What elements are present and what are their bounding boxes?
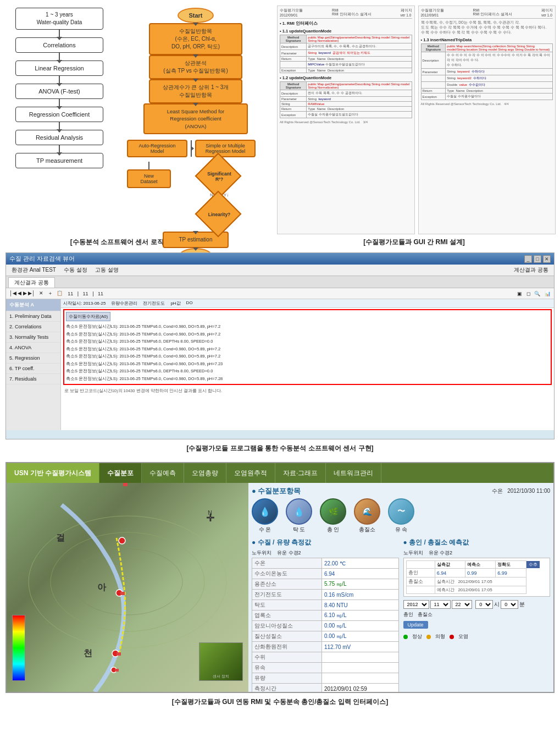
fc-auto-reg: Auto-Regression Model bbox=[127, 140, 187, 157]
yusok-label: 유 속 bbox=[395, 526, 408, 534]
sel-month[interactable]: 11 bbox=[430, 600, 451, 609]
meas-row-level: 수위 bbox=[252, 652, 399, 663]
doc-date-1b: RMIRMI 인터페이스 설계서 bbox=[332, 8, 372, 17]
predict-inner-table: 실측값 예측소 정확도 수추 총인 6.94 0.99 bbox=[406, 560, 548, 594]
svg-rect-10 bbox=[115, 669, 119, 672]
meas-row-suon: 수온 22.00 ℃ bbox=[252, 558, 399, 569]
arrow3 bbox=[59, 76, 60, 84]
predict-measured-jongin: 6.94 bbox=[435, 569, 465, 578]
menu-anal[interactable]: 환경관 Anal TEST bbox=[8, 266, 59, 274]
predict-station: 노두위치 유운 수경2 bbox=[403, 549, 551, 557]
update-btn-row[interactable]: Update bbox=[403, 620, 551, 629]
nav-water-dist[interactable]: 수질분포 bbox=[99, 463, 142, 483]
nav-network-mgmt[interactable]: 네트워크관리 bbox=[326, 463, 381, 483]
menu-setting[interactable]: 수동 설정 bbox=[60, 266, 91, 274]
top-section: 1 ~ 3 yearsWater-quality Data Correlatio… bbox=[0, 0, 560, 237]
update-btn[interactable]: Update bbox=[403, 621, 428, 629]
jongin-icon: 🌿 bbox=[329, 507, 338, 516]
fc-quality-items: 수질일반항목(수온, EC, Chl-α,DO, pH, ORP, 탁도) bbox=[149, 23, 242, 55]
sidebar-item-6[interactable]: 6. TP coeff. bbox=[6, 364, 60, 374]
nav-pollution-track[interactable]: 오염원추적 bbox=[226, 463, 275, 483]
doc-sec-1c: • 1.2 updateQuantionMode bbox=[280, 75, 412, 80]
toolbar-label: │◀ ◀ ▶ ▶│ ✕ ＋ 📋 bbox=[9, 290, 65, 297]
nav-pollution-total[interactable]: 오염총량 bbox=[184, 463, 226, 483]
meas-val-turbidity: 8.40 NTU bbox=[321, 600, 398, 610]
log-line-5: 촉소S 운전정보(실시간LS): 2013-06-25 TEMPs6.0, Co… bbox=[66, 353, 549, 360]
predict-time-pred: 예측시간 2012/09/01 17:05 bbox=[435, 586, 526, 594]
predict-hdr-accuracy: 정확도 bbox=[496, 561, 526, 569]
meas-val-orp: 112.70 mV bbox=[321, 642, 398, 652]
predict-hdr-measured: 실측값 bbox=[435, 561, 465, 569]
menu-desc[interactable]: 고동 설명 bbox=[92, 266, 122, 274]
sidebar-item-3[interactable]: 3. Normality Tests bbox=[6, 332, 60, 343]
quality-header: ● 수질분포항목 수온 2012/10/30 11:00 💧 수 온 bbox=[252, 486, 550, 534]
screenshot-section: 수질 관리 자료검색 뷰어 _ □ ✕ 환경관 Anal TEST 수동 설정 … bbox=[5, 252, 555, 439]
menu-result[interactable]: 계산결과 공통 bbox=[511, 266, 552, 274]
fc-correlation: 상관분석(실측 TP vs 수질일반항목) bbox=[149, 55, 242, 79]
meas-label-level: 수위 bbox=[252, 652, 322, 663]
meas-label-turbidity: 탁도 bbox=[252, 600, 322, 610]
usn-prediction: ● 총인 / 총질소 예측값 노두위치 유운 수경2 실측값 예측소 정확도 bbox=[403, 538, 551, 693]
legend-label-normal: 정상 bbox=[412, 633, 422, 640]
meas-label-do: 용존산소 bbox=[252, 579, 322, 590]
caption-left: [수동분석 소프트웨어 센서 로직 및 알고리즘] bbox=[4, 238, 268, 247]
sidebar-item-7[interactable]: 7. Residuals bbox=[6, 374, 60, 384]
meas-label-chloro: 엽록소 bbox=[252, 610, 322, 621]
quality-icon-suon: 💧 수 온 bbox=[252, 498, 278, 534]
predict-jongil-empty bbox=[526, 578, 547, 586]
win-max-btn[interactable]: □ bbox=[534, 255, 541, 263]
usn-sensor-img: 센서 장치 bbox=[199, 642, 243, 681]
predict-suchu-btn[interactable]: 수추 bbox=[526, 561, 540, 568]
meas-val-speed bbox=[321, 663, 398, 673]
usn-map: ✛ N 걸 아 천 센서 장치 bbox=[7, 483, 248, 692]
sel-day[interactable]: 22 bbox=[452, 600, 472, 609]
sel-hour[interactable]: 0 bbox=[475, 600, 493, 609]
arrow4 bbox=[59, 99, 60, 107]
meas-val-ph: 6.94 bbox=[321, 569, 398, 579]
log-content: 촉소S 운전정보(실시간LS): 2013-06-25 TEMPs6.0, Co… bbox=[66, 323, 549, 382]
sidebar-item-5[interactable]: 5. Regression bbox=[6, 353, 60, 364]
doc-sec-1a: • 1. RMI 인터페이스 bbox=[280, 21, 412, 26]
quality-icon-yusok: 〜 유 속 bbox=[388, 498, 414, 534]
doc-date-2b: RMIRMI 인터페이스 설계서 bbox=[473, 8, 512, 17]
doc-sec-1b: • 1.1 updateQuantionMode bbox=[280, 29, 412, 34]
fc-simple-multi: Simple or MultipleRegression Model bbox=[195, 140, 256, 157]
meas-label-flow: 유량 bbox=[252, 673, 322, 684]
predict-label-jongil: 총질소 bbox=[406, 578, 435, 586]
meas-label-time: 측정시간 bbox=[252, 684, 322, 694]
sel-minute[interactable]: 0 bbox=[501, 600, 518, 609]
win-min-btn[interactable]: _ bbox=[524, 255, 532, 263]
col-header-4: pH값 bbox=[170, 300, 180, 306]
nav-data-graph[interactable]: 자료·그래프 bbox=[275, 463, 326, 483]
predict-jongin-row: 총인 6.94 0.99 6.99 bbox=[406, 569, 547, 578]
quality-icon-jongil: 🌊 총질소 bbox=[354, 498, 380, 534]
fc-least-sq: Least Square Method forRegression coeffi… bbox=[143, 103, 248, 134]
legend-label-warning: 의형 bbox=[435, 633, 445, 640]
win-buttons[interactable]: _ □ ✕ bbox=[524, 255, 551, 263]
meas-label-no3: 질산성질소 bbox=[252, 631, 322, 642]
usn-section: USN 기반 수질평가시스템 수질분포 수질예측 오염총량 오염원추적 자료·그… bbox=[5, 462, 555, 693]
nav-water-pred[interactable]: 수질예측 bbox=[142, 463, 184, 483]
doc-desc-2: 목 수목목, 수, 수정기, DO는 수목 등, 목목, 수, 수관관기 각. … bbox=[421, 20, 553, 35]
svg-point-2 bbox=[73, 549, 182, 615]
svg-point-1 bbox=[51, 532, 204, 631]
meas-val-nh3: 0.00 ㎎/L bbox=[321, 621, 398, 631]
win-main-content: 시작일시: 2013-06-25 유량수온관리 전기전도도 pH값 DO 수질이… bbox=[61, 299, 554, 430]
data-item-label: 수질이동수자료(A0) bbox=[66, 312, 110, 321]
sidebar-item-4[interactable]: 4. ANOVA bbox=[6, 343, 60, 353]
tab-result[interactable]: 계산결과 공통 bbox=[8, 277, 55, 288]
meas-row-ec: 전기전도도 0.16 mS/cm bbox=[252, 590, 399, 600]
fc-new-dataset: NewDataset bbox=[127, 169, 171, 188]
doc-table-2a: Method Signaturepublic Map searchItems(S… bbox=[421, 43, 553, 100]
sidebar-item-1[interactable]: 1. Preliminary Data bbox=[6, 311, 60, 322]
sidebar-item-0[interactable]: 수동분석 A bbox=[6, 299, 60, 311]
suon-icon: 💧 bbox=[259, 507, 270, 517]
doc-panel-2: 수질평가모듈2012/09/01 RMIRMI 인터페이스 설계서 페이지ver… bbox=[418, 6, 556, 234]
win-close-btn[interactable]: ✕ bbox=[543, 255, 551, 263]
sel-year[interactable]: 2012 bbox=[403, 600, 429, 609]
meas-val-level bbox=[321, 652, 398, 663]
quality-icons-row: 💧 수 온 💧 탁 도 🌿 bbox=[252, 498, 550, 534]
win-title: 수질 관리 자료검색 뷰어 bbox=[9, 255, 75, 263]
sidebar-item-2[interactable]: 2. Correlations bbox=[6, 322, 60, 332]
predict-hdr-btn[interactable]: 수추 bbox=[526, 561, 547, 569]
